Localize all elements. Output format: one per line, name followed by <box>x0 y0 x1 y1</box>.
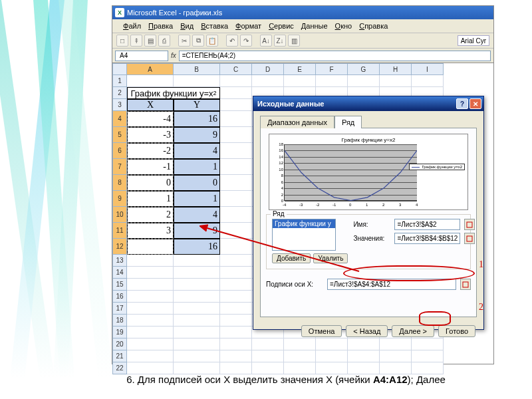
row-header[interactable]: 1 <box>112 75 127 87</box>
cell-x[interactable]: 1 <box>127 191 174 207</box>
cell-y[interactable]: 1 <box>174 191 220 207</box>
menu-view[interactable]: Вид <box>180 22 194 30</box>
name-box[interactable]: A4 <box>115 51 168 61</box>
row-header[interactable]: 11 <box>112 223 127 239</box>
cell-header-y[interactable]: Y <box>174 99 220 111</box>
row-header[interactable]: 21 <box>112 350 127 362</box>
xaxis-input[interactable]: =Лист3!$A$4:$A$12 <box>327 279 456 290</box>
row-header[interactable]: 5 <box>112 127 127 143</box>
row-header[interactable]: 13 <box>112 255 127 267</box>
chart-icon[interactable]: ▥ <box>288 35 300 47</box>
ref-picker-icon[interactable] <box>460 279 471 290</box>
col-header-b[interactable]: B <box>174 63 220 75</box>
open-icon[interactable]: ⤉ <box>130 35 142 47</box>
row-header[interactable]: 22 <box>112 362 127 374</box>
row-header[interactable]: 17 <box>112 303 127 315</box>
close-icon[interactable]: ✕ <box>469 98 481 109</box>
menu-insert[interactable]: Вставка <box>201 22 228 30</box>
finish-button[interactable]: Готово <box>438 325 475 337</box>
row-header[interactable]: 14 <box>112 267 127 279</box>
cell-y[interactable]: 16 <box>174 111 220 127</box>
series-group-label: Ряд <box>271 210 287 217</box>
sort-desc-icon[interactable]: Z↓ <box>274 35 286 47</box>
row-header[interactable]: 8 <box>112 175 127 191</box>
row-header[interactable]: 3 <box>112 99 127 111</box>
ref-picker-icon[interactable] <box>464 233 475 244</box>
cell-y[interactable]: 0 <box>174 175 220 191</box>
tab-series[interactable]: Ряд <box>334 116 362 128</box>
add-button[interactable]: Добавить <box>272 253 311 263</box>
next-button[interactable]: Далее > <box>392 325 434 337</box>
row-header[interactable]: 6 <box>112 143 127 159</box>
menu-data[interactable]: Данные <box>301 22 328 30</box>
cell-x[interactable]: 3 <box>127 223 174 239</box>
row-header[interactable]: 7 <box>112 159 127 175</box>
fx-icon[interactable]: fx <box>171 52 176 59</box>
col-header-i[interactable]: I <box>412 63 444 75</box>
font-selector[interactable]: Arial Cyr <box>458 35 489 46</box>
copy-icon[interactable]: ⧉ <box>192 35 204 47</box>
row-header[interactable]: 18 <box>112 315 127 327</box>
col-header-g[interactable]: G <box>348 63 380 75</box>
select-all-corner[interactable] <box>112 63 127 75</box>
cell-x[interactable]: -4 <box>127 111 174 127</box>
menu-file[interactable]: Файл <box>123 22 141 30</box>
sort-asc-icon[interactable]: A↓ <box>260 35 272 47</box>
cut-icon[interactable]: ✂ <box>178 35 190 47</box>
paste-icon[interactable]: 📋 <box>206 35 218 47</box>
name-input[interactable]: =Лист3!$A$2 <box>394 219 460 230</box>
cell-x[interactable]: 0 <box>127 175 174 191</box>
save-icon[interactable]: ▤ <box>144 35 156 47</box>
cell-header-x[interactable]: X <box>127 99 174 111</box>
col-header-f[interactable]: F <box>316 63 348 75</box>
redo-icon[interactable]: ↷ <box>240 35 252 47</box>
row-header[interactable]: 19 <box>112 327 127 338</box>
undo-icon[interactable]: ↶ <box>226 35 238 47</box>
cell-y[interactable]: 4 <box>174 143 220 159</box>
delete-button[interactable]: Удалить <box>313 253 348 263</box>
cell-y[interactable]: 9 <box>174 127 220 143</box>
cell-title[interactable]: График функции y=x2 <box>127 87 220 99</box>
tab-data-range[interactable]: Диапазон данных <box>260 116 334 128</box>
menu-edit[interactable]: Правка <box>148 22 173 30</box>
series-item[interactable]: График функции y <box>273 219 335 228</box>
cell-x[interactable]: -2 <box>127 143 174 159</box>
new-icon[interactable]: □ <box>116 35 128 47</box>
cell-x[interactable]: -1 <box>127 159 174 175</box>
row-header[interactable]: 15 <box>112 279 127 291</box>
formula-input[interactable]: =СТЕПЕНЬ(A4;2) <box>179 51 491 61</box>
series-listbox[interactable]: График функции y <box>272 219 336 251</box>
col-header-a[interactable]: A <box>127 63 174 75</box>
cell-y[interactable]: 4 <box>174 207 220 223</box>
cell-x[interactable] <box>127 239 174 255</box>
row-header[interactable]: 9 <box>112 191 127 207</box>
row-header[interactable]: 12 <box>112 239 127 255</box>
col-header-h[interactable]: H <box>380 63 412 75</box>
menu-tools[interactable]: Сервис <box>269 22 294 30</box>
row-header[interactable]: 10 <box>112 207 127 223</box>
menubar[interactable]: Файл Правка Вид Вставка Формат Сервис Да… <box>112 19 493 33</box>
row-header[interactable]: 20 <box>112 338 127 350</box>
col-header-e[interactable]: E <box>284 63 316 75</box>
print-icon[interactable]: ⎙ <box>158 35 170 47</box>
menu-format[interactable]: Формат <box>235 22 261 30</box>
row-header[interactable]: 4 <box>112 111 127 127</box>
ref-picker-icon[interactable] <box>464 219 475 230</box>
back-button[interactable]: < Назад <box>346 325 388 337</box>
cell-y[interactable]: 16 <box>174 239 220 255</box>
values-input[interactable]: =Лист3!$B$4:$B$12 <box>394 233 460 244</box>
dialog-titlebar[interactable]: Исходные данные ? ✕ <box>253 96 483 111</box>
menu-window[interactable]: Окно <box>335 22 352 30</box>
cell-y[interactable]: 9 <box>174 223 220 239</box>
col-header-c[interactable]: C <box>220 63 252 75</box>
col-header-d[interactable]: D <box>252 63 284 75</box>
cell-x[interactable]: -3 <box>127 127 174 143</box>
row-header[interactable]: 16 <box>112 291 127 303</box>
row-header[interactable]: 2 <box>112 87 127 99</box>
cell-x[interactable]: 2 <box>127 207 174 223</box>
cancel-button[interactable]: Отмена <box>301 325 342 337</box>
chart-legend: График функции y=x2 <box>409 164 465 170</box>
help-icon[interactable]: ? <box>456 98 468 109</box>
cell-y[interactable]: 1 <box>174 159 220 175</box>
menu-help[interactable]: Справка <box>359 22 388 30</box>
